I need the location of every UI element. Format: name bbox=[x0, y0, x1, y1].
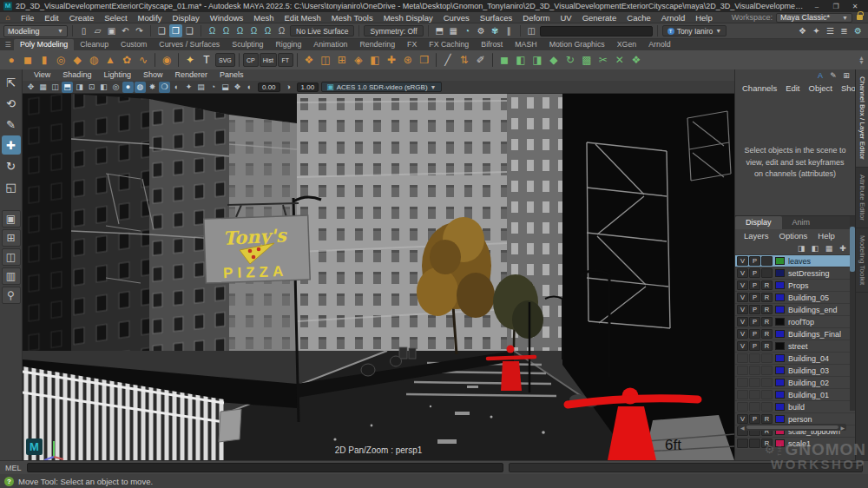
layer-color-swatch[interactable] bbox=[775, 318, 785, 326]
layer-visibility-toggle[interactable] bbox=[737, 390, 748, 399]
layer-name[interactable]: leaves bbox=[788, 257, 811, 266]
layer-display-type-toggle[interactable]: R bbox=[761, 280, 773, 290]
poly-torus-icon[interactable]: ◎ bbox=[53, 52, 69, 68]
shelf-tab[interactable]: Rigging bbox=[269, 39, 307, 50]
layer-color-swatch[interactable] bbox=[775, 269, 785, 277]
gamma-icon[interactable]: ◑ bbox=[283, 82, 294, 93]
layer-row[interactable]: Building_01 bbox=[735, 389, 855, 400]
scale-tool[interactable]: ◱ bbox=[2, 177, 21, 196]
layer-visibility-toggle[interactable]: V bbox=[737, 280, 748, 290]
redo-icon[interactable]: ↷ bbox=[133, 24, 146, 37]
attribute-editor-toggle-icon[interactable]: ≣ bbox=[838, 24, 851, 37]
quad-draw-icon[interactable]: ▩ bbox=[579, 52, 595, 68]
layer-editor-menu-item[interactable]: Help bbox=[812, 231, 840, 241]
layer-display-type-toggle[interactable]: R bbox=[761, 293, 773, 302]
snap-to-view-plane-icon[interactable]: Ω bbox=[261, 24, 274, 37]
menu-item[interactable]: Modify bbox=[133, 12, 168, 23]
layer-editor-menu-item[interactable]: Layers bbox=[739, 231, 774, 241]
layer-display-type-toggle[interactable] bbox=[761, 402, 773, 412]
3d-viewport[interactable]: Tony's PIZZA bbox=[23, 94, 734, 460]
layer-row[interactable]: V P R Building_05 bbox=[735, 292, 855, 303]
minimize-button[interactable]: – bbox=[807, 1, 826, 12]
layer-row[interactable]: Building_02 bbox=[735, 377, 855, 388]
layer-display-type-toggle[interactable]: R bbox=[761, 305, 773, 314]
live-surface-field[interactable]: No Live Surface bbox=[290, 25, 354, 36]
zoom-tool-button[interactable]: ⚲ bbox=[2, 287, 21, 304]
menu-item[interactable]: Generate bbox=[577, 12, 622, 23]
snap-to-grid-icon[interactable]: Ω bbox=[206, 24, 219, 37]
gamma-field[interactable]: 1.00 bbox=[297, 82, 319, 92]
two-pane-layout-button[interactable]: ◫ bbox=[2, 248, 21, 266]
spin-edge-icon[interactable]: ↻ bbox=[562, 52, 578, 68]
layer-visibility-toggle[interactable]: V bbox=[737, 329, 748, 339]
paint-select-tool[interactable]: ✎ bbox=[2, 115, 21, 134]
motion-blur-icon[interactable]: ✦ bbox=[183, 82, 194, 93]
exposure-icon[interactable]: ◐ bbox=[244, 82, 255, 93]
layer-color-swatch[interactable] bbox=[775, 330, 785, 338]
lighting-icon[interactable]: ✸ bbox=[147, 82, 158, 93]
layer-playback-toggle[interactable]: P bbox=[749, 414, 760, 424]
shelf-tab[interactable]: MASH bbox=[509, 39, 542, 50]
poly-plane-icon[interactable]: ◆ bbox=[69, 52, 85, 68]
layer-playback-toggle[interactable] bbox=[749, 353, 760, 363]
four-pane-layout-button[interactable]: ⊞ bbox=[2, 229, 21, 247]
offset-edge-loop-icon[interactable]: ◨ bbox=[529, 52, 545, 68]
viewport-menu-item[interactable]: Shading bbox=[56, 69, 97, 81]
maximize-button[interactable]: ❐ bbox=[826, 1, 845, 12]
type-tool-icon[interactable]: T bbox=[199, 52, 214, 68]
layer-row[interactable]: R scale1 bbox=[735, 438, 855, 449]
select-object-icon[interactable]: ❒ bbox=[169, 24, 182, 37]
layer-row[interactable]: V P leaves bbox=[735, 255, 855, 267]
tool-settings-toggle-icon[interactable]: ⚙ bbox=[852, 24, 865, 37]
menu-item[interactable]: Select bbox=[99, 12, 132, 23]
layer-name[interactable]: Props bbox=[788, 281, 809, 290]
shelf-tab[interactable]: Poly Modeling bbox=[14, 39, 74, 50]
layer-color-swatch[interactable] bbox=[775, 293, 785, 301]
bridge-icon[interactable]: ✚ bbox=[384, 52, 399, 68]
screen-space-ao-icon[interactable]: ◐ bbox=[171, 82, 182, 93]
poly-cone-icon[interactable]: ▲ bbox=[102, 52, 118, 68]
modeling-toolkit-toggle-icon[interactable]: ❖ bbox=[796, 24, 809, 37]
command-input[interactable] bbox=[27, 463, 503, 472]
workspace-select[interactable]: Maya Classic* ▼ bbox=[776, 13, 852, 23]
lock-icon[interactable] bbox=[857, 15, 863, 20]
snap-to-curve-icon[interactable]: Ω bbox=[220, 24, 233, 37]
poly-disc-icon[interactable]: ◍ bbox=[86, 52, 102, 68]
camera-lock-icon[interactable]: ✥ bbox=[25, 82, 36, 93]
extrude-icon[interactable]: ◧ bbox=[367, 52, 383, 68]
svg-tool-button[interactable]: SVG bbox=[215, 53, 235, 67]
select-tool[interactable]: ⇱ bbox=[2, 73, 21, 92]
layer-display-type-toggle[interactable] bbox=[761, 378, 773, 387]
layer-editor-tab[interactable]: Display bbox=[735, 216, 782, 229]
layer-playback-toggle[interactable] bbox=[749, 439, 760, 448]
shelf-tab[interactable]: Rendering bbox=[353, 39, 401, 50]
layer-color-swatch[interactable] bbox=[775, 342, 785, 350]
append-polygon-icon[interactable]: ◆ bbox=[546, 52, 562, 68]
textured-icon[interactable]: ◍ bbox=[135, 82, 146, 93]
open-scene-icon[interactable]: ▱ bbox=[91, 24, 104, 37]
layer-name[interactable]: Building_03 bbox=[788, 366, 829, 375]
menu-item[interactable]: Mesh bbox=[248, 12, 279, 23]
menu-item[interactable]: UV bbox=[555, 12, 576, 23]
layer-playback-toggle[interactable] bbox=[749, 378, 760, 387]
rotate-tool[interactable]: ↻ bbox=[2, 156, 21, 175]
layer-color-swatch[interactable] bbox=[775, 379, 785, 386]
pencil-curve-icon[interactable]: ✐ bbox=[473, 52, 489, 68]
sidebar-vertical-tab[interactable]: Attribute Editor bbox=[856, 168, 868, 228]
move-tool[interactable]: ✚ bbox=[2, 135, 21, 155]
create-curve-icon[interactable]: ╱ bbox=[440, 52, 456, 68]
combine-icon[interactable]: ⊞ bbox=[334, 52, 350, 68]
channel-box-menu-item[interactable]: Object bbox=[806, 83, 836, 93]
make-live-icon[interactable]: Ω bbox=[275, 24, 288, 37]
ipr-render-icon[interactable]: ◔ bbox=[461, 24, 474, 37]
shelf-tab[interactable]: Sculpting bbox=[226, 39, 269, 50]
insert-edge-loop-icon[interactable]: ◧ bbox=[513, 52, 529, 68]
multi-cut-icon[interactable]: ◼ bbox=[496, 52, 512, 68]
viewport-menu-item[interactable]: Panels bbox=[214, 69, 250, 81]
edit-curve-icon[interactable]: ⇅ bbox=[457, 52, 472, 68]
layer-name[interactable]: build bbox=[788, 403, 805, 412]
layer-color-swatch[interactable] bbox=[775, 281, 785, 289]
shelf-tab[interactable]: Animation bbox=[307, 39, 353, 50]
construction-plane-button[interactable]: CP bbox=[243, 53, 259, 67]
layer-playback-toggle[interactable]: P bbox=[749, 280, 760, 290]
